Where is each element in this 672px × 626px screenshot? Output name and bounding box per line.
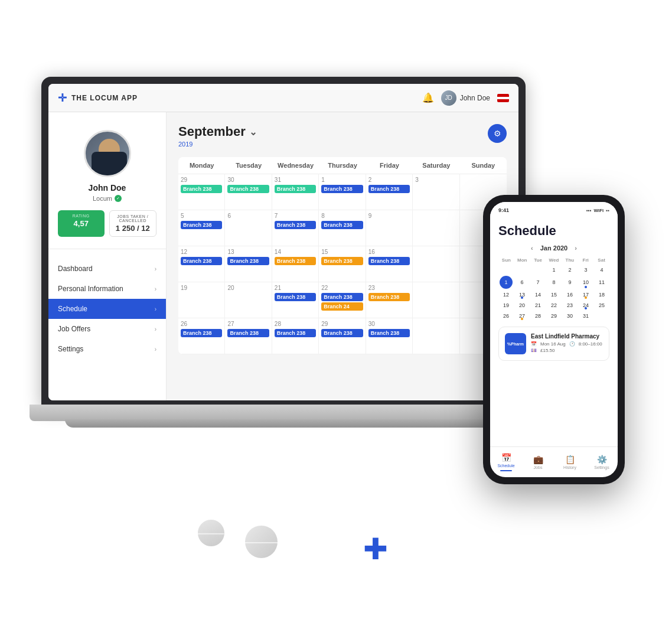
cal-cell-20: 20 <box>225 282 272 318</box>
mini-cell-13[interactable]: 13 <box>514 290 530 299</box>
mini-cell-1[interactable]: 1 <box>546 265 562 275</box>
jobs-nav-icon: 💼 <box>533 455 543 464</box>
mini-cell-20[interactable]: 20 <box>514 301 530 310</box>
pharmacy-date-time: 📅 Mon 16 Aug 🕐 8:00–16:00 <box>531 341 603 347</box>
cal-cell-19: 19 <box>178 282 225 318</box>
phone-nav-settings[interactable]: ⚙️ Settings <box>586 455 618 470</box>
clock-icon: 🕐 <box>569 341 575 347</box>
mini-cell-e2 <box>514 265 530 275</box>
pharmacy-date: Mon 16 Aug <box>540 341 566 347</box>
mini-cell-17[interactable]: 17 <box>578 290 593 299</box>
mini-cell-19[interactable]: 19 <box>498 301 514 310</box>
mini-cell-7[interactable]: 7 <box>530 276 546 289</box>
mini-cell-23[interactable]: 23 <box>562 301 578 310</box>
pharmacy-pay: £15.50 <box>540 348 554 353</box>
logo-text: THE LOCUM APP <box>71 94 138 102</box>
mini-cell-25[interactable]: 25 <box>594 301 609 310</box>
cal-cell-7: 7Branch 238 <box>272 210 319 246</box>
phone-nav-schedule[interactable]: 📅 Schedule <box>490 453 522 471</box>
phone-title: Schedule <box>498 219 609 244</box>
mini-cal-row-1: 1 2 3 4 <box>498 265 609 275</box>
phone-nav-jobs[interactable]: 💼 Jobs <box>522 455 554 470</box>
mini-cell-6[interactable]: 6 <box>514 276 530 289</box>
jobs-box: JOBS TAKEN / CANCELLED 1 250 / 12 <box>109 210 157 237</box>
mini-cell-4[interactable]: 4 <box>594 265 609 275</box>
mini-cell-e4 <box>594 311 609 321</box>
mini-cell-30[interactable]: 30 <box>562 311 578 321</box>
day-fri: Fri <box>578 257 593 263</box>
mini-cal-body: 1 2 3 4 1 6 7 8 9 10 11 <box>498 265 609 321</box>
cal-cell-27: 27Branch 238 <box>225 318 272 354</box>
flag-icon <box>497 94 509 102</box>
bell-icon[interactable]: 🔔 <box>422 92 434 103</box>
pharmacy-card[interactable]: %Pharm East Lindfield Pharmacy 📅 Mon 16 … <box>498 327 609 361</box>
phone-status-bar: 9:41 ▪▪▪ WiFi ▪▪ <box>490 202 618 219</box>
cal-prev-btn[interactable]: ‹ <box>531 244 533 252</box>
cal-cell-12: 12Branch 238 <box>178 246 225 282</box>
verified-badge: ✓ <box>115 195 122 202</box>
cal-cell-empty6 <box>413 282 459 318</box>
pill-decoration-1 <box>194 516 229 550</box>
cal-cell-1: 1Branch 238 <box>319 174 366 210</box>
cal-cell-31aug: 31Branch 238 <box>272 174 319 210</box>
cal-row-1: 29Branch 238 30Branch 238 31Branch 238 1… <box>178 174 507 210</box>
laptop-screen-outer: ✛ THE LOCUM APP 🔔 JD John Doe <box>41 77 526 407</box>
mini-cell-10[interactable]: 10 <box>578 276 593 289</box>
nav-chevron-dashboard: › <box>155 266 156 272</box>
nav-chevron-personal: › <box>155 286 156 292</box>
month-chevron[interactable]: ⌄ <box>249 126 257 138</box>
day-wed: Wed <box>546 257 562 263</box>
cal-cell-16: 16Branch 238 <box>366 246 413 282</box>
phone: 9:41 ▪▪▪ WiFi ▪▪ Schedule ‹ Jan 2020 › <box>483 195 625 484</box>
nav-chevron-settings: › <box>155 346 156 353</box>
cal-cell-empty8 <box>413 318 459 354</box>
cal-next-btn[interactable]: › <box>575 244 577 252</box>
month-title: September ⌄ <box>178 124 257 139</box>
mini-cell-8[interactable]: 8 <box>546 276 562 289</box>
cal-month-year: Jan 2020 <box>540 244 567 252</box>
app-header: ✛ THE LOCUM APP 🔔 JD John Doe <box>48 84 518 112</box>
mini-cell-12[interactable]: 12 <box>498 290 514 299</box>
mini-cell-26[interactable]: 26 <box>498 311 514 321</box>
mini-cell-14[interactable]: 14 <box>530 290 546 299</box>
mini-cell-2[interactable]: 2 <box>562 265 578 275</box>
mini-cell-16[interactable]: 16 <box>562 290 578 299</box>
mini-cell-28[interactable]: 28 <box>530 311 546 321</box>
laptop-bezel: ✛ THE LOCUM APP 🔔 JD John Doe <box>48 84 518 400</box>
mini-cell-5-today[interactable]: 1 <box>500 276 513 289</box>
cal-cell-30: 30Branch 238 <box>366 318 413 354</box>
active-indicator <box>500 470 512 471</box>
mini-cell-15[interactable]: 15 <box>546 290 562 299</box>
nav-settings[interactable]: Settings › <box>48 339 166 359</box>
mini-cell-29[interactable]: 29 <box>546 311 562 321</box>
mini-cal-row-5: 26 27 28 29 30 31 <box>498 311 609 321</box>
cal-cell-6: 6 <box>225 210 272 246</box>
mini-cell-24[interactable]: 24 <box>578 301 593 310</box>
mini-cal-nav: ‹ Jan 2020 › <box>498 244 609 252</box>
mini-cell-21[interactable]: 21 <box>530 301 546 310</box>
nav-personal[interactable]: Personal Information › <box>48 279 166 299</box>
profile-name: John Doe <box>89 183 126 193</box>
cal-cell-8: 8Branch 238 <box>319 210 366 246</box>
pharmacy-info: East Lindfield Pharmacy 📅 Mon 16 Aug 🕐 8… <box>531 333 603 354</box>
mini-cell-22[interactable]: 22 <box>546 301 562 310</box>
mini-cell-11[interactable]: 11 <box>594 276 609 289</box>
mini-cell-3[interactable]: 3 <box>578 265 593 275</box>
day-sun: Sun <box>498 257 514 263</box>
nav-dashboard[interactable]: Dashboard › <box>48 259 166 279</box>
calendar-header-row: Monday Tuesday Wednesday Thursday Friday… <box>178 157 507 174</box>
nav-schedule[interactable]: Schedule › <box>48 299 166 319</box>
mini-cell-31[interactable]: 31 <box>578 311 593 321</box>
mini-cell-18[interactable]: 18 <box>594 290 609 299</box>
phone-nav-history[interactable]: 📋 History <box>554 455 586 470</box>
pharmacy-logo: %Pharm <box>505 333 526 354</box>
cal-cell-22: 22Branch 238Branch 24 <box>319 282 366 318</box>
mini-cell-9[interactable]: 9 <box>562 276 578 289</box>
nav-job-offers[interactable]: Job Offers › <box>48 319 166 339</box>
cal-cell-23: 23Branch 238 <box>366 282 413 318</box>
phone-status-right: ▪▪▪ WiFi ▪▪ <box>586 208 609 213</box>
calendar-settings-btn[interactable]: ⚙ <box>488 124 507 143</box>
stats-row: RATING 4,57 JOBS TAKEN / CANCELLED 1 250… <box>58 210 156 237</box>
year-label: 2019 <box>178 141 257 148</box>
mini-cell-27[interactable]: 27 <box>514 311 530 321</box>
